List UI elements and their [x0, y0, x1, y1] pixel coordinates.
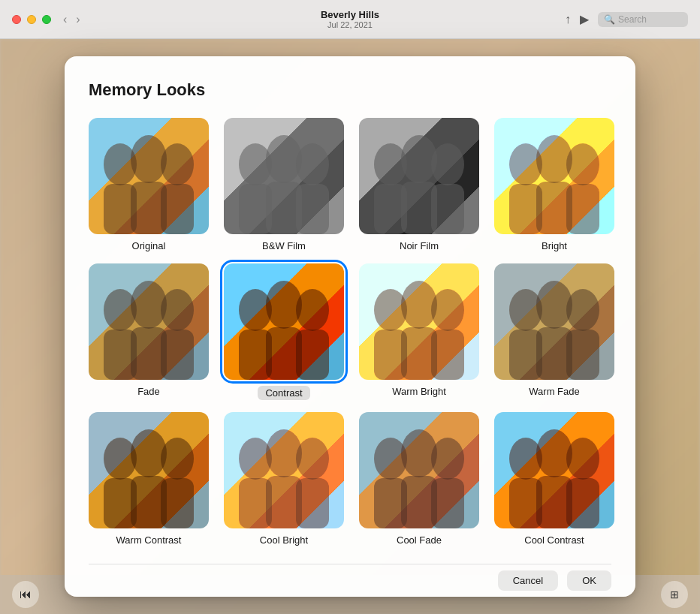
search-icon: 🔍: [604, 14, 615, 25]
look-label-bw-film: B&W Film: [262, 240, 306, 251]
slideshow-icon[interactable]: ▶: [580, 12, 589, 26]
svg-point-13: [401, 135, 437, 183]
svg-point-48: [104, 438, 137, 480]
look-item-noir-film[interactable]: Noir Film: [359, 118, 479, 251]
cancel-button[interactable]: Cancel: [498, 570, 558, 591]
back-button[interactable]: ‹: [60, 11, 70, 28]
svg-rect-57: [239, 478, 272, 528]
svg-rect-53: [161, 478, 194, 528]
svg-point-68: [566, 438, 599, 480]
look-label-warm-bright: Warm Bright: [392, 386, 446, 397]
svg-rect-39: [374, 330, 407, 380]
share-icon[interactable]: ↑: [565, 13, 571, 26]
svg-rect-21: [509, 184, 542, 234]
svg-point-18: [509, 143, 542, 185]
svg-rect-3: [104, 184, 137, 234]
look-item-original[interactable]: Original: [89, 118, 209, 251]
svg-rect-16: [401, 182, 437, 234]
svg-rect-46: [536, 327, 572, 380]
look-item-warm-contrast[interactable]: Warm Contrast: [89, 412, 209, 546]
svg-point-60: [374, 438, 407, 480]
look-thumbnail-bright: [494, 118, 614, 234]
svg-rect-33: [239, 330, 272, 380]
svg-rect-47: [566, 330, 599, 380]
look-item-cool-fade[interactable]: Cool Fade: [359, 412, 479, 546]
look-item-warm-fade[interactable]: Warm Fade: [494, 263, 614, 400]
close-button[interactable]: [12, 15, 21, 24]
svg-rect-23: [566, 184, 599, 234]
svg-point-66: [509, 438, 542, 480]
svg-point-55: [266, 429, 302, 477]
svg-point-6: [239, 143, 272, 185]
look-thumbnail-cool-contrast: [494, 412, 614, 528]
svg-point-54: [239, 438, 272, 480]
svg-point-37: [401, 281, 437, 329]
look-thumbnail-contrast: [224, 263, 344, 380]
look-label-bright: Bright: [542, 240, 567, 251]
svg-point-0: [104, 143, 137, 185]
svg-point-44: [566, 289, 599, 331]
look-thumbnail-warm-contrast: [89, 412, 209, 528]
svg-rect-52: [131, 476, 167, 528]
look-label-warm-fade: Warm Fade: [529, 386, 579, 397]
traffic-lights: [12, 15, 51, 24]
svg-rect-27: [104, 330, 137, 380]
svg-rect-59: [296, 478, 329, 528]
svg-rect-5: [161, 184, 194, 234]
forward-button[interactable]: ›: [73, 11, 83, 28]
looks-grid: OriginalB&W FilmNoir FilmBrightFadeContr…: [89, 118, 611, 546]
window-subtitle: Jul 22, 2021: [321, 20, 379, 29]
svg-point-50: [161, 438, 194, 480]
window-title: Beverly Hills: [321, 9, 379, 20]
look-thumbnail-cool-fade: [359, 412, 479, 528]
svg-point-42: [509, 289, 542, 331]
window-chrome: ‹ › Beverly Hills Jul 22, 2021 ↑ ▶ 🔍 Sea…: [0, 0, 700, 39]
svg-rect-4: [131, 182, 167, 234]
svg-rect-65: [431, 478, 464, 528]
look-item-bright[interactable]: Bright: [494, 118, 614, 251]
svg-point-2: [161, 143, 194, 185]
svg-point-31: [266, 281, 302, 329]
svg-point-25: [131, 281, 167, 329]
look-item-bw-film[interactable]: B&W Film: [224, 118, 344, 251]
look-thumbnail-bw-film: [224, 118, 344, 234]
look-item-fade[interactable]: Fade: [89, 263, 209, 400]
svg-rect-29: [161, 330, 194, 380]
svg-point-49: [131, 429, 167, 477]
svg-point-30: [239, 289, 272, 331]
svg-point-7: [266, 135, 302, 183]
svg-rect-10: [266, 182, 302, 234]
svg-point-36: [374, 289, 407, 331]
svg-rect-15: [374, 184, 407, 234]
svg-rect-22: [536, 182, 572, 234]
svg-rect-45: [509, 330, 542, 380]
search-bar[interactable]: 🔍 Search: [598, 12, 688, 27]
svg-rect-9: [239, 184, 272, 234]
look-thumbnail-fade: [89, 263, 209, 380]
look-item-cool-bright[interactable]: Cool Bright: [224, 412, 344, 546]
svg-rect-63: [374, 478, 407, 528]
nav-buttons: ‹ ›: [60, 11, 83, 28]
svg-point-24: [104, 289, 137, 331]
look-label-warm-contrast: Warm Contrast: [116, 534, 182, 546]
svg-rect-69: [509, 478, 542, 528]
svg-rect-34: [266, 327, 302, 380]
svg-point-1: [131, 135, 167, 183]
look-thumbnail-cool-bright: [224, 412, 344, 528]
look-label-contrast: Contrast: [258, 386, 309, 400]
svg-point-56: [296, 438, 329, 480]
minimize-button[interactable]: [27, 15, 36, 24]
ok-button[interactable]: OK: [567, 570, 611, 591]
svg-rect-71: [566, 478, 599, 528]
look-item-warm-bright[interactable]: Warm Bright: [359, 263, 479, 400]
modal-footer: Cancel OK: [89, 564, 611, 591]
svg-point-20: [566, 143, 599, 185]
svg-rect-51: [104, 478, 137, 528]
look-thumbnail-warm-fade: [494, 263, 614, 380]
window-title-area: Beverly Hills Jul 22, 2021: [321, 9, 379, 29]
look-item-cool-contrast[interactable]: Cool Contrast: [494, 412, 614, 546]
maximize-button[interactable]: [42, 15, 51, 24]
look-item-contrast[interactable]: Contrast: [224, 263, 344, 400]
svg-point-67: [536, 429, 572, 477]
search-placeholder: Search: [618, 14, 647, 25]
